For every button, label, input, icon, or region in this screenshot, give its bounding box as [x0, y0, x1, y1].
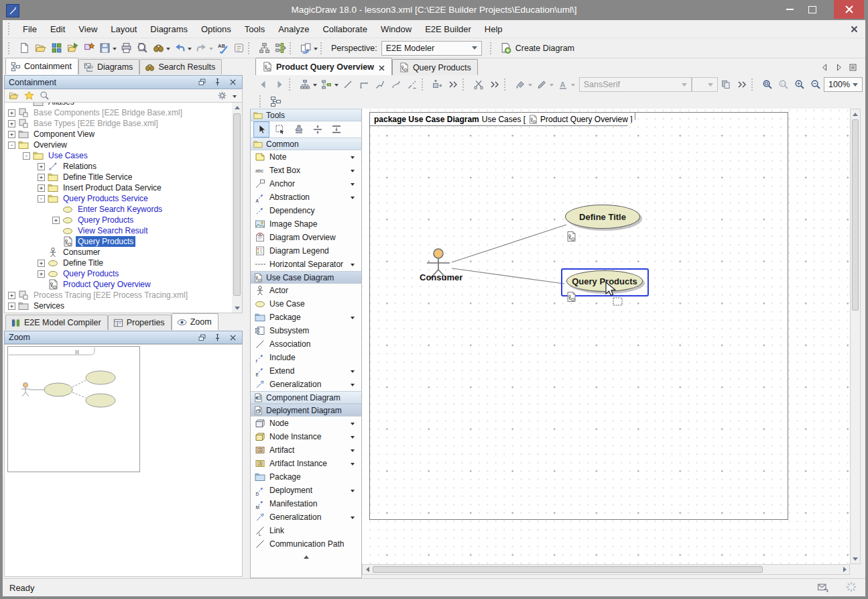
panel-splitter[interactable]	[243, 59, 250, 577]
zoom-in-button[interactable]	[792, 76, 808, 93]
marquee-tool[interactable]	[272, 121, 288, 138]
layout-dropdown[interactable]	[313, 84, 317, 89]
palette-item[interactable]: Node Instance	[251, 430, 361, 443]
fill-color-dropdown[interactable]	[528, 84, 532, 89]
palette-item[interactable]: Image Shape	[251, 217, 361, 231]
path-mixed-button[interactable]	[404, 76, 420, 93]
toolbar-grip[interactable]	[289, 78, 293, 91]
palette-item[interactable]: Diagram Legend	[251, 244, 361, 258]
tree-scrollbar[interactable]	[232, 103, 242, 313]
overflow-chevron-icon[interactable]	[734, 76, 750, 93]
tab-list-icon[interactable]	[849, 63, 857, 72]
toolbar-grip[interactable]	[290, 42, 294, 54]
tab-containment[interactable]: Containment	[5, 58, 78, 74]
menu-item[interactable]: Tools	[238, 21, 271, 37]
palette-item-dropdown[interactable]	[351, 436, 355, 441]
find-button[interactable]	[150, 40, 166, 56]
zoom-preview[interactable]	[7, 346, 140, 472]
scroll-left-icon[interactable]	[363, 565, 372, 574]
horizontal-separator-tool[interactable]	[328, 121, 345, 138]
palette-item[interactable]: Generalization	[251, 378, 361, 391]
palette-item[interactable]: A Artifact	[251, 443, 361, 457]
use-case-diagram-icon[interactable]	[566, 291, 576, 303]
menu-item[interactable]: Window	[374, 21, 418, 37]
tree-item[interactable]: + Define Title Service	[5, 172, 242, 182]
palette-item[interactable]: Dependency	[251, 204, 361, 217]
canvas-horizontal-scrollbar[interactable]	[362, 564, 850, 575]
save-button[interactable]	[97, 40, 113, 56]
font-size-select[interactable]	[692, 77, 718, 92]
favorites-icon[interactable]	[24, 91, 34, 101]
palette-header-use-case-diagram[interactable]: Use Case Diagram	[251, 271, 361, 284]
forward-button[interactable]	[271, 76, 288, 93]
tab-diagrams[interactable]: Diagrams	[78, 59, 140, 74]
tree-expander[interactable]: +	[8, 292, 15, 299]
palette-item-dropdown[interactable]	[351, 183, 355, 188]
menu-item[interactable]: Edit	[44, 21, 72, 37]
tree-item[interactable]: Consumer	[5, 247, 242, 258]
close-panel-icon[interactable]	[228, 333, 238, 343]
tree-expander[interactable]: -	[8, 142, 15, 149]
palette-item[interactable]: Association	[251, 337, 361, 351]
palette-item[interactable]: I Include	[251, 351, 361, 364]
notes-button[interactable]	[231, 40, 247, 56]
scroll-tabs-left-icon[interactable]	[820, 63, 829, 72]
tree-expander[interactable]: +	[8, 303, 15, 310]
palette-item-dropdown[interactable]	[351, 384, 355, 388]
tree-item[interactable]: + Process Tracing [E2E Process Tracing.x…	[5, 290, 242, 301]
copy-format-button[interactable]	[718, 76, 734, 93]
tab-zoom[interactable]: Zoom	[172, 313, 219, 330]
undo-dropdown[interactable]	[188, 48, 192, 52]
palette-item-dropdown[interactable]	[351, 370, 355, 375]
toolbar-grip[interactable]	[259, 95, 263, 107]
tab-e2e-model-compiler[interactable]: E2E Model Compiler	[5, 315, 108, 330]
model-compile-button[interactable]	[272, 40, 288, 56]
scroll-down-icon[interactable]	[851, 554, 860, 563]
canvas-vertical-scrollbar[interactable]	[850, 109, 861, 564]
tree-expander[interactable]: +	[38, 260, 45, 267]
tree-expander[interactable]: -	[23, 152, 30, 160]
import-project-button[interactable]	[64, 40, 80, 56]
palette-item-dropdown[interactable]	[351, 264, 355, 268]
tree-item[interactable]: + Base Types [E2E Bridge Base.xml]	[5, 118, 242, 129]
model-structure-button[interactable]	[256, 40, 272, 56]
tree-expander[interactable]: +	[38, 270, 45, 278]
find-dropdown[interactable]	[166, 48, 170, 52]
toolbar-grip[interactable]	[751, 78, 755, 91]
tree-item[interactable]: + Relations	[5, 161, 242, 172]
tree-item[interactable]: + Query Products	[5, 268, 242, 279]
palette-item-dropdown[interactable]	[351, 490, 355, 494]
maximize-button[interactable]	[802, 0, 822, 19]
zoom-out-button[interactable]	[808, 76, 824, 93]
tree-item[interactable]: + Base Components [E2E Bridge Base.xml]	[5, 107, 242, 118]
palette-item-dropdown[interactable]	[351, 423, 355, 427]
tree-item[interactable]: - Overview	[5, 140, 242, 150]
line-color-button[interactable]	[534, 76, 550, 93]
path-oblique-button[interactable]	[372, 76, 388, 93]
palette-item[interactable]: M Manifestation	[251, 497, 361, 510]
palette-item[interactable]: Anchor	[251, 177, 361, 190]
menu-item[interactable]: Options	[194, 21, 238, 37]
palette-item[interactable]: Subsystem	[251, 324, 361, 337]
layout-tree-button[interactable]	[297, 76, 313, 93]
menu-item[interactable]: Layout	[104, 21, 143, 37]
palette-item-dropdown[interactable]	[351, 317, 355, 321]
menu-item[interactable]: File	[16, 21, 44, 37]
palette-item[interactable]: Communication Path	[251, 537, 361, 551]
palette-scroll-up[interactable]	[251, 551, 361, 563]
redo-dropdown[interactable]	[209, 48, 213, 52]
fill-color-button[interactable]	[512, 76, 528, 93]
tree-expander[interactable]: +	[38, 163, 45, 170]
palette-item-dropdown[interactable]	[351, 463, 355, 468]
tree-item[interactable]: Aliases	[5, 102, 242, 107]
project-wizard-button[interactable]	[80, 40, 97, 56]
toolbar-grip[interactable]	[504, 78, 508, 91]
palette-item[interactable]: A Abstraction	[251, 190, 361, 204]
palette-item[interactable]: D Deployment	[251, 484, 361, 497]
cut-button[interactable]	[471, 76, 487, 93]
tree-item[interactable]: + Define Title	[5, 258, 242, 268]
transform-dropdown[interactable]	[314, 48, 318, 52]
tree-item[interactable]: Enter Search Keywords	[5, 204, 242, 215]
float-panel-icon[interactable]	[197, 77, 207, 87]
scrollbar-thumb[interactable]	[373, 566, 763, 573]
